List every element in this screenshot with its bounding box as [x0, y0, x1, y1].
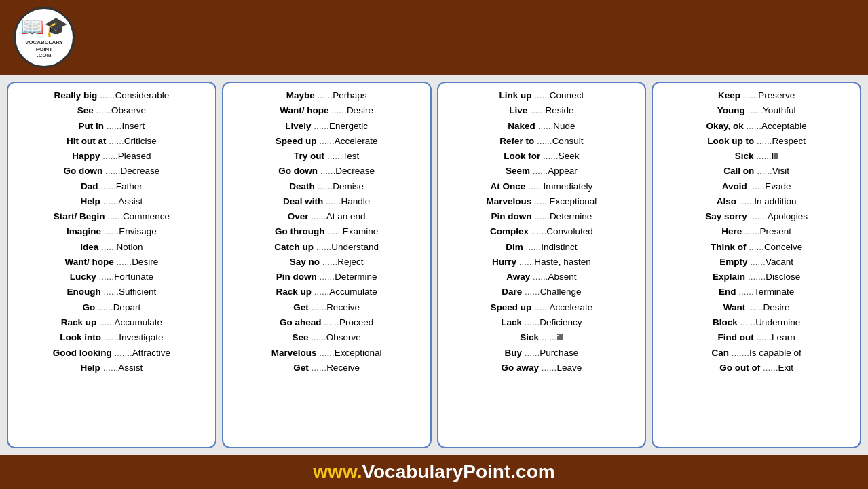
informal-word: Enough — [67, 287, 100, 297]
logo-text: VOCABULARYPOINT.COM — [25, 39, 63, 59]
formal-word: Assist — [118, 363, 143, 373]
dots: ...... — [312, 363, 327, 373]
formal-word: Observe — [111, 105, 146, 115]
dots: ...... — [326, 196, 341, 206]
formal-word: Seek — [559, 151, 580, 161]
dots: ...... — [750, 181, 766, 192]
formal-word: Determine — [550, 211, 592, 221]
informal-word: Call on — [723, 166, 754, 176]
dots: ....... — [732, 348, 749, 358]
word-row: See ......Observe — [12, 103, 211, 118]
word-row: Go down ......Decrease — [12, 164, 211, 179]
dots: ...... — [322, 257, 338, 267]
formal-word: Consult — [552, 136, 584, 146]
dots: ...... — [98, 302, 113, 312]
logo: 📖🎓 VOCABULARYPOINT.COM — [14, 7, 75, 68]
dots: ...... — [757, 136, 772, 146]
word-row: Deal with ......Handle — [227, 194, 426, 209]
formal-word: Criticise — [124, 136, 157, 146]
formal-word: Is capable of — [749, 348, 801, 358]
word-row: See ......Observe — [227, 330, 426, 345]
dots: ...... — [534, 196, 550, 206]
formal-word: Pleased — [118, 151, 151, 161]
informal-word: Link up — [499, 90, 532, 101]
dots: ...... — [103, 287, 119, 297]
dots: ....... — [748, 272, 766, 282]
formal-word: Desire — [132, 257, 158, 267]
informal-word: Get — [293, 363, 309, 373]
dots: ...... — [748, 105, 763, 115]
formal-word: Depart — [113, 302, 141, 312]
word-row: Think of ......Conceive — [657, 240, 856, 255]
formal-word: Leave — [556, 363, 582, 373]
informal-word: Buy — [504, 348, 522, 358]
word-row: Enough ......Sufficient — [12, 285, 211, 300]
informal-word: Try out — [294, 151, 324, 161]
formal-word: Ill — [772, 151, 778, 161]
word-row: Want/ hope ......Desire — [227, 103, 426, 118]
dots: ...... — [100, 90, 115, 101]
formal-word: ill — [556, 332, 563, 342]
dots: ...... — [738, 287, 754, 297]
formal-word: Exceptional — [550, 196, 597, 206]
formal-word: Purchase — [540, 348, 578, 358]
formal-word: Present — [760, 226, 792, 236]
dots: ...... — [542, 332, 557, 342]
logo-icon: 📖🎓 — [20, 16, 68, 38]
dots: ...... — [746, 121, 761, 131]
formal-word: Appear — [548, 166, 578, 176]
informal-word: Lack — [501, 317, 522, 327]
formal-word: Notion — [117, 242, 143, 252]
dots: ...... — [101, 242, 117, 252]
informal-word: See — [292, 332, 308, 342]
formal-word: Decrease — [121, 166, 160, 176]
formal-word: Understand — [331, 242, 379, 252]
column-3: Link up ......ConnectLive ......ResideNa… — [437, 82, 647, 448]
dots: ...... — [104, 226, 119, 236]
dots: ...... — [99, 317, 115, 327]
informal-word: Seem — [506, 166, 530, 176]
formal-word: Absent — [548, 272, 577, 282]
dots: ...... — [526, 242, 542, 252]
dots: ...... — [749, 242, 764, 252]
dots: ...... — [318, 181, 333, 192]
informal-word: Marvelous — [271, 348, 317, 358]
word-row: Link up ......Connect — [442, 88, 641, 103]
formal-word: Disclose — [766, 272, 800, 282]
header: 📖🎓 VOCABULARYPOINT.COM — [0, 0, 868, 75]
dots: ...... — [318, 90, 333, 101]
dots: ...... — [757, 166, 772, 176]
informal-word: Explain — [713, 272, 745, 282]
informal-word: Go away — [502, 363, 540, 373]
informal-word: Think of — [711, 242, 747, 252]
word-row: Go down ......Decrease — [227, 164, 426, 179]
informal-word: Keep — [718, 90, 740, 101]
word-row: Can .......Is capable of — [657, 346, 856, 361]
word-row: Dim ......Indistinct — [442, 240, 641, 255]
formal-word: Accumulate — [329, 287, 377, 297]
dots: ...... — [102, 151, 118, 161]
dots: ...... — [740, 317, 756, 327]
formal-word: Convoluted — [546, 226, 592, 236]
formal-word: Assist — [118, 196, 143, 206]
word-row: Here ......Present — [657, 224, 856, 239]
word-row: Speed up ......Accelerate — [442, 300, 641, 315]
word-row: Live ......Reside — [442, 103, 641, 118]
informal-word: Good looking — [53, 348, 112, 358]
dots: ...... — [748, 302, 763, 312]
formal-word: Conceive — [764, 242, 802, 252]
informal-word: Here — [721, 226, 742, 236]
word-row: Get ......Receive — [227, 361, 426, 376]
formal-word: Commence — [123, 211, 170, 221]
dots: ...... — [103, 196, 119, 206]
formal-word: Considerable — [115, 90, 170, 101]
word-row: Get ......Receive — [227, 300, 426, 315]
formal-word: Determine — [335, 272, 377, 282]
informal-word: Get — [293, 302, 309, 312]
informal-word: Naked — [508, 121, 535, 131]
informal-word: Really big — [54, 90, 98, 101]
formal-word: Attractive — [132, 348, 170, 358]
word-row: Go ......Depart — [12, 300, 211, 315]
dots: ...... — [528, 181, 544, 192]
formal-word: Test — [342, 151, 359, 161]
